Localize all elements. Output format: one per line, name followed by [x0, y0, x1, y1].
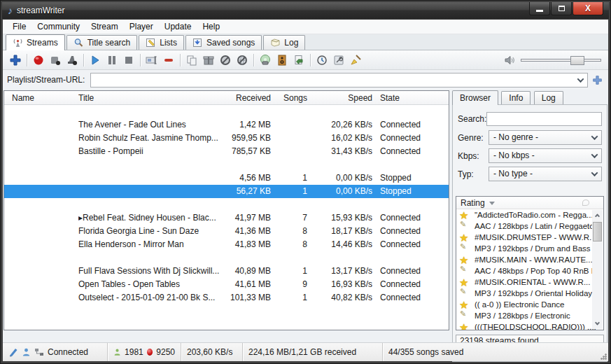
- tab-info[interactable]: Info: [501, 91, 531, 105]
- resize-grip[interactable]: [600, 353, 607, 360]
- connection-status: Connected: [48, 347, 88, 357]
- stream-row[interactable]: Webra...The Avener - Fade Out Lines1,42 …: [4, 118, 449, 132]
- listen-stream-button[interactable]: [257, 52, 274, 69]
- menu-stream[interactable]: Stream: [85, 20, 124, 33]
- group-row[interactable]: −Automatic ...: [4, 105, 449, 118]
- received-value: 1,42 MB: [218, 118, 271, 132]
- saved-songs-icon: [192, 38, 203, 48]
- listen-file-button[interactable]: [274, 52, 290, 69]
- state-value: Connected: [380, 145, 447, 158]
- stream-row[interactable]: ANTEN...Ella Henderson - Mirror Man41,83…: [4, 238, 449, 251]
- stream-row[interactable]: Central...▸Rebel Feat. Sidney Housen - B…: [4, 211, 449, 225]
- stop-recording-button[interactable]: [47, 52, 64, 69]
- menu-player[interactable]: Player: [124, 20, 159, 33]
- adjust-settings-button[interactable]: [330, 52, 347, 69]
- add-stream-button[interactable]: [7, 52, 24, 69]
- column-received[interactable]: Received: [218, 91, 271, 105]
- tab-log[interactable]: Log: [263, 35, 305, 50]
- maximize-button[interactable]: [551, 2, 572, 15]
- tab-log-panel[interactable]: Log: [534, 91, 563, 105]
- column-songs[interactable]: Songs: [278, 91, 307, 105]
- column-speed[interactable]: Speed: [312, 91, 372, 105]
- browser-page: Search: Genre: - No genre - Kbps: - No k…: [452, 104, 608, 362]
- genre-select[interactable]: - No genre -: [489, 130, 602, 145]
- menu-file[interactable]: File: [7, 20, 31, 33]
- tab-lists[interactable]: Lists: [139, 35, 184, 50]
- songs-value: 7: [278, 211, 307, 225]
- tab-saved-songs[interactable]: Saved songs: [185, 35, 262, 50]
- url-add-button[interactable]: [592, 75, 603, 85]
- scroll-down-icon[interactable]: [592, 318, 603, 329]
- volume-slider-thumb[interactable]: [570, 56, 584, 65]
- search-input[interactable]: [486, 112, 602, 126]
- blacklist-button[interactable]: [217, 52, 234, 69]
- group-row[interactable]: −Aktuell (3): [4, 198, 449, 211]
- play-button[interactable]: [87, 52, 104, 69]
- browser-result-item[interactable]: ★✎"AddictedToRadio.com - Regga...AAC / 1…: [456, 209, 603, 232]
- sort-header[interactable]: Rating: [456, 197, 603, 209]
- stop-after-song-button[interactable]: [64, 52, 80, 69]
- menu-update[interactable]: Update: [159, 20, 197, 33]
- stream-row[interactable]: laut.fm...Bastille - Pompeii785,57 KB31,…: [4, 145, 449, 158]
- comment-icon[interactable]: [582, 200, 589, 206]
- group-row[interactable]: −Breaks (3): [4, 251, 449, 265]
- pause-button[interactable]: [104, 52, 120, 69]
- stop-playback-button[interactable]: [120, 52, 137, 69]
- browser-result-item[interactable]: ★✎(( a-0 )) Electronic DanceMP3 / 128kbp…: [456, 299, 603, 321]
- stream-row[interactable]: Nubrea...Full Flava Sessions With Dj Sli…: [4, 265, 449, 278]
- tab-title-search[interactable]: Title search: [66, 35, 138, 50]
- stream-row[interactable]: 80s Fo...4,56 MB10,00 KB/sStopped: [4, 172, 449, 185]
- sort-label: Rating: [461, 198, 485, 208]
- stream-row[interactable]: Breaks ...Outselect - 2015-01-09 21-00 B…: [4, 291, 449, 304]
- column-state[interactable]: State: [380, 91, 400, 105]
- menu-community[interactable]: Community: [31, 20, 85, 33]
- browser-result-item[interactable]: ★✎(((THEOLDSCHOOL.RADIO))) ....MP3 / 128…: [456, 321, 603, 330]
- minimize-button[interactable]: [529, 2, 550, 15]
- remove-button[interactable]: [160, 52, 177, 69]
- scroll-up-icon[interactable]: [592, 210, 603, 220]
- pencil-icon: ✎: [460, 287, 466, 296]
- stream-title: The Avener - Fade Out Lines: [78, 118, 220, 132]
- package-button[interactable]: [200, 52, 217, 69]
- menu-help[interactable]: Help: [197, 20, 225, 33]
- stream-table-header: Name Title Received Songs Speed State: [4, 91, 449, 105]
- tab-title-search-label: Title search: [87, 38, 131, 48]
- import-button[interactable]: [290, 52, 307, 69]
- copy-title-button[interactable]: [183, 52, 200, 69]
- close-button[interactable]: X: [573, 2, 603, 15]
- global-blacklist-button[interactable]: [234, 52, 251, 69]
- browser-result-item[interactable]: ★✎#MUSIK.MAIN - WWW.RAUTE...AAC / 48kbps…: [456, 254, 603, 276]
- speed-value: 31,43 KB/s: [312, 145, 372, 158]
- client-area: File Community Stream Player Update Help…: [3, 20, 608, 361]
- browser-result-item[interactable]: ★✎#MUSIK.ORIENTAL - WWW.R...MP3 / 192kbp…: [456, 276, 603, 299]
- chevron-down-icon: [589, 150, 600, 161]
- speaker-icon[interactable]: [504, 55, 515, 65]
- browser-result-item[interactable]: ★✎#MUSIK.DRUMSTEP - WWW.R...MP3 / 192kbp…: [456, 232, 603, 254]
- browser-scrollbar[interactable]: [592, 210, 603, 329]
- column-title[interactable]: Title: [78, 91, 94, 105]
- result-stream-name: #MUSIK.DRUMSTEP - WWW.R...: [475, 232, 603, 243]
- group-row[interactable]: −80s (2): [4, 158, 449, 172]
- column-name[interactable]: Name: [12, 91, 34, 105]
- timers-button[interactable]: [314, 52, 330, 69]
- app-window: ♪ streamWriter X File Community Stream P…: [0, 0, 611, 364]
- tab-streams[interactable]: Streams: [6, 34, 65, 50]
- url-combobox[interactable]: [90, 73, 588, 88]
- stream-row[interactable]: 1FMTo...Florida Georgia Line - Sun Daze4…: [4, 225, 449, 238]
- stream-row[interactable]: Fun80s...56,27 KB10,00 KB/sStopped: [4, 185, 449, 198]
- volume-slider[interactable]: [521, 59, 601, 62]
- title-bar[interactable]: ♪ streamWriter X: [2, 2, 609, 19]
- start-recording-button[interactable]: [30, 52, 47, 69]
- search-label: Search:: [458, 114, 486, 124]
- scrollbar-thumb[interactable]: [593, 222, 602, 241]
- browser-panel-tabs: Browser Info Log: [452, 90, 608, 104]
- stream-row[interactable]: Gremlin...Open Tables - Open Tables41,61…: [4, 278, 449, 291]
- typ-select[interactable]: - No type -: [489, 167, 602, 181]
- kbps-select[interactable]: - No kbps -: [489, 148, 602, 163]
- stream-row[interactable]: Radio ...Robin Schulz Feat. Jasmine Thom…: [4, 132, 449, 145]
- listeners-count: 1981: [125, 347, 143, 357]
- chevron-down-icon[interactable]: [575, 75, 586, 85]
- tab-browser[interactable]: Browser: [452, 90, 498, 105]
- cleanup-button[interactable]: [347, 52, 364, 69]
- rename-button[interactable]: [143, 52, 160, 69]
